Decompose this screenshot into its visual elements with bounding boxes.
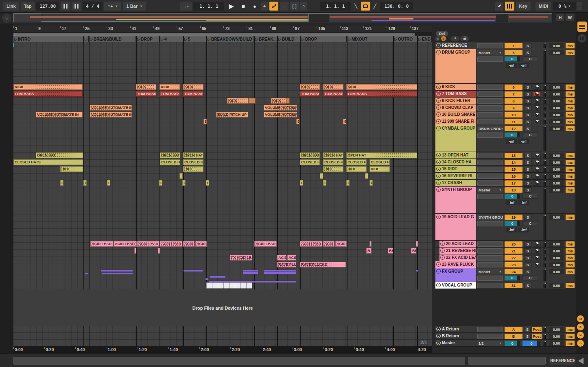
arm-button[interactable] bbox=[533, 160, 541, 165]
routing-chooser[interactable]: Master▼ bbox=[477, 50, 503, 55]
track-delay-field[interactable]: 0.00 bbox=[549, 255, 564, 261]
track-delay-field[interactable]: 0.00 bbox=[549, 327, 564, 332]
solo-button[interactable]: S bbox=[524, 327, 531, 332]
track-name-Master[interactable]: ▸Master bbox=[435, 340, 476, 346]
track-name-B Return[interactable]: ▸B Return bbox=[435, 333, 476, 339]
input-box[interactable] bbox=[477, 248, 503, 254]
clip-9[interactable]: 9 bbox=[296, 119, 299, 124]
input-box[interactable] bbox=[477, 241, 503, 247]
solo-button[interactable]: S bbox=[524, 215, 531, 220]
pan-slider[interactable]: 0 bbox=[505, 194, 520, 199]
track-play-icon[interactable]: ▸ bbox=[436, 153, 441, 157]
solo-button[interactable]: S bbox=[524, 269, 531, 274]
track-delay-field[interactable]: 0.00 bbox=[549, 91, 564, 97]
clip-ACID[interactable]: ACID bbox=[323, 241, 334, 247]
mixer-toggle-D[interactable]: D bbox=[577, 340, 584, 347]
track-delay-field[interactable]: 0.00 bbox=[549, 180, 564, 186]
volume-field[interactable]: -inf bbox=[506, 139, 517, 144]
track-play-icon[interactable]: ▸ bbox=[436, 327, 441, 331]
track-delay-field[interactable]: 0.00 bbox=[549, 105, 564, 111]
track-name-REFERENCE[interactable]: ≡REFERENCE bbox=[435, 42, 476, 49]
clip-KICK[interactable]: KICK bbox=[227, 98, 248, 104]
mixer-toggle-R[interactable]: R bbox=[577, 324, 584, 330]
track-number[interactable]: 14 bbox=[505, 160, 522, 165]
track-number[interactable]: 24 bbox=[505, 269, 522, 274]
input-box[interactable] bbox=[477, 194, 503, 199]
clip-ACID LEAD A[interactable]: ACID LEAD A bbox=[254, 241, 277, 247]
track-play-icon[interactable]: ▸ bbox=[436, 262, 441, 267]
track-number[interactable]: 23 bbox=[505, 262, 522, 267]
ms-button[interactable]: ms bbox=[566, 241, 575, 247]
routing-chooser[interactable]: SYNTH GROU▼ bbox=[477, 215, 503, 220]
track-name-VOCAL GROUP[interactable]: ≡VOCAL GROUP bbox=[435, 282, 476, 289]
track-play-icon[interactable]: ▸ bbox=[436, 160, 441, 164]
track-delay-field[interactable]: 0.00 bbox=[549, 85, 564, 90]
clip-KICK[interactable]: KICK bbox=[271, 98, 286, 104]
volume-field-2[interactable]: -inf bbox=[518, 139, 529, 144]
input-box[interactable] bbox=[477, 174, 503, 179]
clip-C[interactable]: C bbox=[159, 180, 162, 186]
fx-clip[interactable] bbox=[209, 281, 296, 282]
clip-pink[interactable] bbox=[416, 241, 418, 247]
clip-KICK[interactable]: KICK bbox=[13, 84, 83, 90]
volume-field[interactable]: -inf bbox=[506, 63, 517, 68]
track-name-6 KICK[interactable]: ▸6 KICK bbox=[435, 84, 476, 90]
track-number[interactable]: 1 bbox=[505, 43, 522, 48]
track-delay-field[interactable]: 0.00 bbox=[549, 119, 564, 124]
clip-TOM BASS[interactable]: TOM BASS bbox=[160, 91, 180, 97]
ms-button[interactable]: ms bbox=[566, 248, 575, 254]
clip-CLOSED HA[interactable]: CLOSED HA bbox=[183, 159, 203, 165]
fx-clip[interactable] bbox=[184, 270, 203, 271]
track-delay-field[interactable]: 0.00 bbox=[549, 262, 564, 267]
mixer-toggle-M[interactable]: M bbox=[577, 332, 584, 339]
input-box[interactable] bbox=[477, 221, 503, 226]
ms-button[interactable]: ms bbox=[566, 215, 575, 220]
track-play-icon[interactable]: ▸ bbox=[436, 119, 441, 124]
clip-KICK[interactable]: KICK bbox=[136, 84, 156, 90]
group-fold-icon[interactable]: ≡ bbox=[436, 43, 441, 48]
ms-button[interactable]: ms bbox=[566, 180, 575, 186]
return-letter[interactable]: B bbox=[505, 334, 522, 339]
arm-button[interactable] bbox=[533, 255, 541, 261]
clip-CLOSED HA[interactable]: CLOSED HA bbox=[346, 159, 367, 165]
clip-pink[interactable] bbox=[369, 241, 372, 247]
track-name-A Return[interactable]: ▸A Return bbox=[435, 326, 476, 332]
solo-button[interactable]: S bbox=[524, 262, 531, 267]
track-delay-field[interactable]: 0.00 bbox=[549, 126, 564, 131]
pan-slider[interactable]: 0 bbox=[505, 276, 520, 280]
clip-pink[interactable] bbox=[134, 248, 136, 254]
clip-VOLUME AUTOMA[interactable]: VOLUME AUTOMA bbox=[264, 112, 297, 117]
clip-pink[interactable] bbox=[158, 248, 160, 254]
track-name-22 FX ACID LEA[interactable]: ▸22 FX ACID LEA bbox=[439, 254, 476, 261]
arm-button[interactable] bbox=[533, 167, 541, 172]
solo-button[interactable]: S bbox=[524, 174, 531, 179]
input-box[interactable] bbox=[477, 180, 503, 186]
clip-RIDE[interactable]: RIDE bbox=[60, 166, 83, 172]
pan-center-button[interactable]: C bbox=[522, 276, 538, 280]
pan-center-button[interactable]: C bbox=[522, 132, 538, 137]
track-name-17 CRASH[interactable]: ▸17 CRASH bbox=[435, 180, 476, 186]
clip-RAVE PLUCKS[interactable]: RAVE PLUCKS bbox=[300, 262, 346, 267]
clip-RE[interactable]: RE bbox=[388, 248, 393, 254]
ms-button[interactable]: ms bbox=[566, 334, 575, 339]
clip-C[interactable]: C bbox=[323, 180, 326, 186]
track-delay-field[interactable]: 0.00 bbox=[549, 269, 564, 274]
fx-clip[interactable] bbox=[102, 273, 133, 274]
track-name-20 ACID LEAD[interactable]: ▸20 ACID LEAD bbox=[439, 241, 476, 247]
track-number[interactable]: 12 bbox=[505, 126, 522, 131]
track-number[interactable]: 10 bbox=[505, 112, 522, 117]
track-delay-field[interactable]: 0.00 bbox=[549, 187, 564, 193]
clip-RIDE[interactable]: RIDE bbox=[183, 166, 203, 172]
track-play-icon[interactable]: ▸ bbox=[436, 98, 441, 103]
clip-OPEN HAT[interactable]: OPEN HAT bbox=[323, 152, 343, 158]
clip-9[interactable]: 9 bbox=[343, 119, 346, 124]
routing-chooser[interactable]: DRUM GROU▼ bbox=[477, 126, 503, 131]
fx-clip[interactable] bbox=[210, 276, 225, 278]
clip-ACID LEAD[interactable]: ACID LEAD bbox=[114, 241, 137, 247]
status-input[interactable] bbox=[13, 357, 465, 365]
volume-field-2[interactable]: -inf bbox=[518, 228, 529, 232]
input-box[interactable] bbox=[477, 43, 503, 48]
solo-button[interactable]: S bbox=[524, 241, 531, 247]
clip-olive[interactable] bbox=[365, 173, 368, 179]
solo-button[interactable]: S bbox=[524, 126, 531, 131]
